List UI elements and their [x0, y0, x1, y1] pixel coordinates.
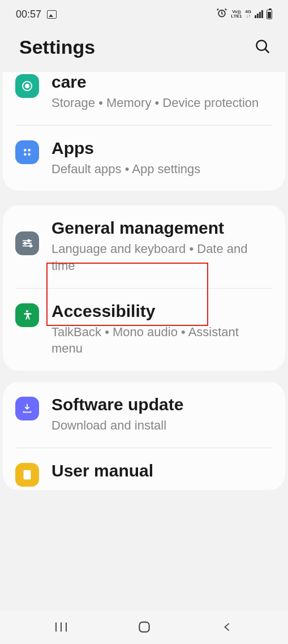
row-subtitle: Download and install — [51, 417, 273, 434]
device-care-icon — [15, 74, 39, 98]
svg-point-7 — [28, 153, 31, 156]
row-title: General management — [51, 218, 273, 238]
svg-point-4 — [24, 149, 27, 152]
home-button[interactable] — [135, 618, 153, 636]
svg-point-11 — [26, 310, 28, 312]
svg-point-8 — [28, 240, 30, 242]
svg-point-9 — [24, 243, 27, 245]
row-software-update[interactable]: Software update Download and install — [15, 382, 273, 448]
row-device-care[interactable]: care Storage • Memory • Device protectio… — [15, 72, 273, 125]
signal-icon — [255, 10, 263, 18]
row-subtitle: Default apps • App settings — [51, 161, 273, 178]
row-general-management[interactable]: General management Language and keyboard… — [15, 205, 273, 287]
user-manual-icon — [15, 463, 39, 487]
search-button[interactable] — [254, 38, 271, 57]
battery-icon — [266, 10, 272, 19]
svg-point-10 — [30, 245, 32, 247]
row-title: Accessibility — [51, 301, 273, 321]
svg-rect-12 — [24, 470, 31, 480]
svg-point-5 — [28, 149, 31, 152]
status-bar: 00:57 Vo)) LTE1 4G ↓↑ — [0, 0, 288, 28]
row-user-manual[interactable]: User manual — [15, 448, 273, 490]
header: Settings — [0, 28, 288, 72]
picture-icon — [47, 10, 57, 19]
svg-point-3 — [25, 84, 29, 88]
row-accessibility[interactable]: Accessibility TalkBack • Mono audio • As… — [15, 288, 273, 371]
page-title: Settings — [19, 36, 95, 58]
svg-point-6 — [24, 153, 27, 156]
row-subtitle: Storage • Memory • Device protection — [51, 95, 273, 111]
recents-button[interactable] — [52, 618, 70, 636]
row-title: Software update — [51, 394, 273, 415]
software-update-icon — [15, 397, 39, 420]
row-apps[interactable]: Apps Default apps • App settings — [15, 125, 273, 191]
row-title: care — [51, 72, 273, 92]
card-device: care Storage • Memory • Device protectio… — [3, 72, 285, 191]
accessibility-icon — [15, 303, 39, 327]
search-icon — [254, 38, 271, 55]
back-button[interactable] — [218, 618, 237, 636]
status-time: 00:57 — [16, 8, 41, 20]
network-type-indicator: 4G ↓↑ — [245, 10, 251, 19]
row-title: Apps — [51, 138, 273, 158]
general-management-icon — [15, 231, 39, 255]
svg-point-1 — [256, 40, 266, 50]
svg-rect-13 — [139, 622, 149, 632]
row-subtitle: TalkBack • Mono audio • Assistant menu — [51, 324, 273, 357]
row-subtitle: Language and keyboard • Date and time — [51, 241, 273, 274]
row-title: User manual — [51, 461, 273, 481]
alarm-icon — [216, 7, 227, 22]
card-software: Software update Download and install Use… — [3, 382, 285, 490]
navigation-bar — [0, 610, 288, 644]
apps-icon — [15, 140, 39, 164]
card-general: General management Language and keyboard… — [3, 205, 285, 371]
volte-indicator: Vo)) LTE1 — [231, 10, 242, 19]
